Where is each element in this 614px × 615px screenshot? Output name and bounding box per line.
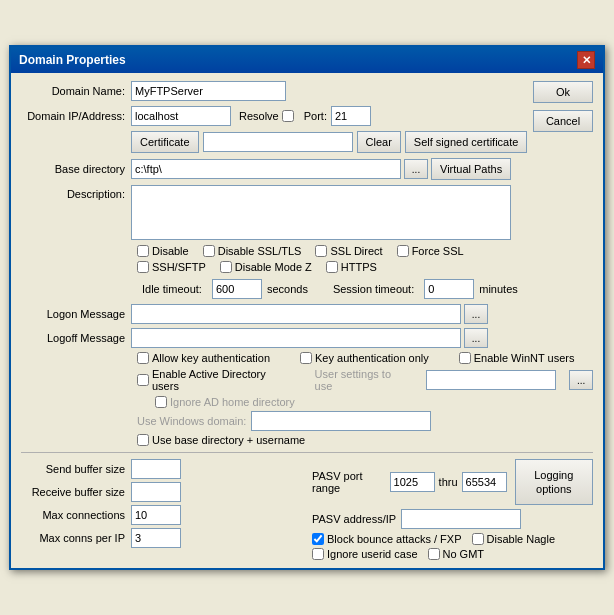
pasv-address-input[interactable] <box>401 509 521 529</box>
force-ssl-checkbox-item: Force SSL <box>397 245 464 257</box>
minutes-label: minutes <box>479 283 518 295</box>
browse-logoff-button[interactable]: ... <box>464 328 488 348</box>
receive-buffer-input[interactable] <box>131 482 181 502</box>
disable-nagle-checkbox[interactable] <box>472 533 484 545</box>
disable-mode-z-checkbox-item: Disable Mode Z <box>220 261 312 273</box>
browse-base-button[interactable]: ... <box>404 159 428 179</box>
resolve-label: Resolve <box>239 110 279 122</box>
pasv-thru-input[interactable] <box>462 472 507 492</box>
cert-input[interactable] <box>203 132 353 152</box>
self-signed-button[interactable]: Self signed certificate <box>405 131 528 153</box>
dialog-title: Domain Properties <box>19 53 126 67</box>
logoff-message-label: Logoff Message <box>21 332 131 344</box>
max-conns-per-ip-label: Max conns per IP <box>21 532 131 544</box>
max-conns-per-ip-input[interactable] <box>131 528 181 548</box>
domain-name-input[interactable] <box>131 81 286 101</box>
logon-message-input[interactable] <box>131 304 461 324</box>
key-auth-only-label: Key authentication only <box>315 352 429 364</box>
allow-key-auth-checkbox[interactable] <box>137 352 149 364</box>
pasv-address-row: PASV address/IP <box>312 509 593 529</box>
domain-ip-row: Domain IP/Address: Resolve Port: <box>21 106 593 126</box>
enable-ad-label: Enable Active Directory users <box>152 368 295 392</box>
ignore-userid-checkbox[interactable] <box>312 548 324 560</box>
https-checkbox-item: HTTPS <box>326 261 377 273</box>
use-base-dir-checkbox[interactable] <box>137 434 149 446</box>
idle-timeout-input[interactable] <box>212 279 262 299</box>
windows-domain-input[interactable] <box>251 411 431 431</box>
https-checkbox[interactable] <box>326 261 338 273</box>
logoff-message-input[interactable] <box>131 328 461 348</box>
main-content: Ok Cancel Domain Name: Domain IP/Address… <box>21 81 593 560</box>
disable-ssl-tls-checkbox[interactable] <box>203 245 215 257</box>
max-conns-per-ip-row: Max conns per IP <box>21 528 302 548</box>
bottom-section: Send buffer size Receive buffer size Max… <box>21 459 593 560</box>
port-label: Port: <box>304 110 327 122</box>
pasv-from-input[interactable] <box>390 472 435 492</box>
block-bounce-checkbox-item: Block bounce attacks / FXP <box>312 533 462 545</box>
block-bounce-checkbox[interactable] <box>312 533 324 545</box>
ignore-ad-checkbox[interactable] <box>155 396 167 408</box>
active-directory-row: Enable Active Directory users User setti… <box>137 368 593 392</box>
max-connections-label: Max connections <box>21 509 131 521</box>
description-textarea[interactable] <box>131 185 511 240</box>
ignore-userid-checkbox-item: Ignore userid case <box>312 548 418 560</box>
cancel-button[interactable]: Cancel <box>533 110 593 132</box>
logging-options-button[interactable]: Logging options <box>515 459 593 505</box>
user-settings-label: User settings to use <box>315 368 412 392</box>
disable-mode-z-checkbox[interactable] <box>220 261 232 273</box>
send-buffer-input[interactable] <box>131 459 181 479</box>
block-bounce-row: Block bounce attacks / FXP Disable Nagle <box>312 533 593 545</box>
disable-nagle-label: Disable Nagle <box>487 533 555 545</box>
enable-winnt-checkbox-item: Enable WinNT users <box>459 352 575 364</box>
disable-checkbox[interactable] <box>137 245 149 257</box>
ignore-userid-label: Ignore userid case <box>327 548 418 560</box>
enable-ad-checkbox[interactable] <box>137 374 149 386</box>
windows-domain-row: Use Windows domain: <box>137 411 593 431</box>
checkbox-row-2: SSH/SFTP Disable Mode Z HTTPS <box>137 261 593 273</box>
dialog-domain-properties: Domain Properties ✕ Ok Cancel Domain Nam… <box>9 45 605 570</box>
ignore-userid-row: Ignore userid case No GMT <box>312 548 593 560</box>
pasv-range-label: PASV port range <box>312 470 385 494</box>
separator <box>21 452 593 453</box>
base-directory-row: Base directory ... Virtual Paths <box>21 158 593 180</box>
ssl-direct-checkbox[interactable] <box>315 245 327 257</box>
key-auth-only-checkbox-item: Key authentication only <box>300 352 429 364</box>
logon-message-row: Logon Message ... <box>21 304 593 324</box>
close-button[interactable]: ✕ <box>577 51 595 69</box>
disable-mode-z-label: Disable Mode Z <box>235 261 312 273</box>
dialog-body: Ok Cancel Domain Name: Domain IP/Address… <box>11 73 603 568</box>
browse-ad-button[interactable]: ... <box>569 370 593 390</box>
virtual-paths-button[interactable]: Virtual Paths <box>431 158 511 180</box>
base-directory-input[interactable] <box>131 159 401 179</box>
session-timeout-input[interactable] <box>424 279 474 299</box>
clear-button[interactable]: Clear <box>357 131 401 153</box>
use-base-dir-label: Use base directory + username <box>152 434 305 446</box>
enable-winnt-label: Enable WinNT users <box>474 352 575 364</box>
enable-winnt-checkbox[interactable] <box>459 352 471 364</box>
action-buttons: Ok Cancel <box>533 81 593 132</box>
ok-button[interactable]: Ok <box>533 81 593 103</box>
description-row: Description: <box>21 185 593 240</box>
key-auth-only-checkbox[interactable] <box>300 352 312 364</box>
disable-nagle-checkbox-item: Disable Nagle <box>472 533 555 545</box>
disable-ssl-tls-checkbox-item: Disable SSL/TLS <box>203 245 302 257</box>
receive-buffer-label: Receive buffer size <box>21 486 131 498</box>
port-input[interactable] <box>331 106 371 126</box>
force-ssl-checkbox[interactable] <box>397 245 409 257</box>
send-buffer-row: Send buffer size <box>21 459 302 479</box>
receive-buffer-row: Receive buffer size <box>21 482 302 502</box>
browse-logon-button[interactable]: ... <box>464 304 488 324</box>
ssh-sftp-checkbox[interactable] <box>137 261 149 273</box>
certificate-button[interactable]: Certificate <box>131 131 199 153</box>
disable-label: Disable <box>152 245 189 257</box>
enable-ad-checkbox-item: Enable Active Directory users <box>137 368 295 392</box>
https-label: HTTPS <box>341 261 377 273</box>
logoff-message-row: Logoff Message ... <box>21 328 593 348</box>
thru-label: thru <box>439 476 458 488</box>
max-connections-input[interactable] <box>131 505 181 525</box>
resolve-checkbox[interactable] <box>282 110 294 122</box>
domain-ip-input[interactable] <box>131 106 231 126</box>
user-settings-input[interactable] <box>426 370 556 390</box>
domain-name-row: Domain Name: <box>21 81 593 101</box>
no-gmt-checkbox[interactable] <box>428 548 440 560</box>
